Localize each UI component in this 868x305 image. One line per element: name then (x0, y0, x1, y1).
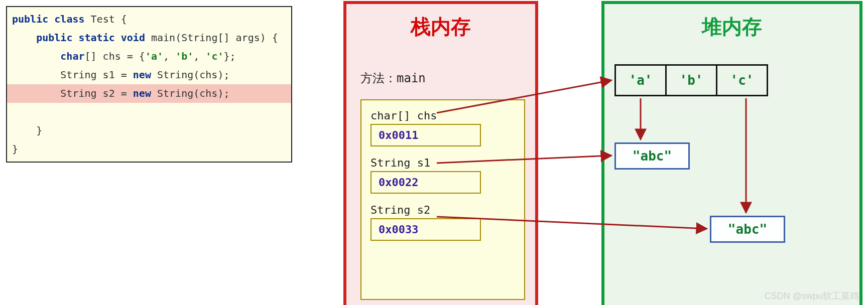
code-text: Test { (85, 13, 127, 25)
kw-void: void (121, 32, 145, 44)
code-text: } (12, 124, 42, 136)
char-literal: 'c' (205, 50, 223, 62)
char-literal: 'b' (175, 50, 193, 62)
string-object-1: "abc" (614, 142, 690, 170)
kw-class: class (54, 13, 84, 25)
var-label-chs: char[] chs (370, 109, 515, 122)
char-cell-b: 'b' (665, 64, 717, 96)
code-block: public class Test { public static void m… (7, 7, 291, 162)
code-text: , (193, 50, 205, 62)
stack-frame: char[] chs 0x0011 String s1 0x0022 Strin… (360, 99, 525, 300)
kw-new: new (133, 69, 151, 81)
code-text: String(chs); (151, 69, 230, 81)
code-text: }; (223, 50, 235, 62)
kw-public: public (12, 13, 48, 25)
stack-title: 栈内存 (346, 13, 535, 41)
char-array: 'a' 'b' 'c' (614, 64, 768, 96)
watermark: CSDN @swpu软工菜鸡 (765, 290, 859, 302)
char-cell-c: 'c' (716, 64, 768, 96)
addr-box-s2: 0x0033 (370, 218, 481, 241)
var-label-s2: String s2 (370, 204, 515, 216)
code-text: String s1 = (12, 69, 133, 81)
string-object-2: "abc" (710, 216, 785, 243)
code-text: String(chs); (151, 87, 230, 99)
kw-new: new (133, 87, 151, 99)
code-panel: public class Test { public static void m… (6, 6, 292, 163)
var-label-s1: String s1 (370, 157, 515, 169)
char-cell-a: 'a' (614, 64, 667, 96)
kw-public: public (36, 32, 72, 44)
addr-box-chs: 0x0011 (370, 124, 481, 146)
kw-static: static (78, 32, 114, 44)
code-text: [] chs = { (85, 50, 145, 62)
highlighted-line: String s2 = new String(chs); (7, 84, 291, 103)
addr-box-s1: 0x0022 (370, 171, 481, 194)
code-text: } (12, 143, 18, 155)
char-literal: 'a' (145, 50, 163, 62)
stack-memory-box: 栈内存 方法：main char[] chs 0x0011 String s1 … (343, 1, 538, 305)
method-label: 方法：main (360, 70, 426, 86)
kw-char: char (60, 50, 84, 62)
heap-title: 堆内存 (604, 13, 859, 41)
code-text: , (163, 50, 175, 62)
code-text: String s2 = (12, 87, 133, 99)
code-text: main(String[] args) { (145, 32, 278, 44)
